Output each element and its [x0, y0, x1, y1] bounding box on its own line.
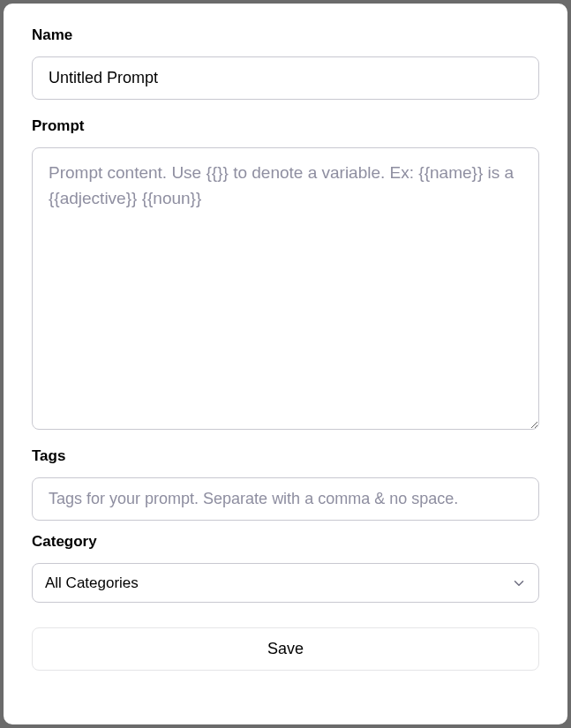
prompt-textarea[interactable]: [32, 147, 539, 430]
name-label: Name: [32, 26, 539, 44]
tags-group: Tags: [32, 447, 539, 521]
tags-input[interactable]: [32, 477, 539, 521]
save-button[interactable]: Save: [32, 627, 539, 671]
name-input[interactable]: [32, 56, 539, 100]
name-group: Name: [32, 26, 539, 100]
prompt-group: Prompt: [32, 117, 539, 430]
category-label: Category: [32, 533, 539, 551]
category-select-wrapper: All Categories: [32, 563, 539, 603]
prompt-label: Prompt: [32, 117, 539, 135]
prompt-editor-modal: Name Prompt Tags Category All Categories…: [4, 4, 567, 724]
category-select[interactable]: All Categories: [32, 563, 539, 603]
category-group: Category All Categories: [32, 538, 539, 603]
tags-label: Tags: [32, 447, 539, 465]
